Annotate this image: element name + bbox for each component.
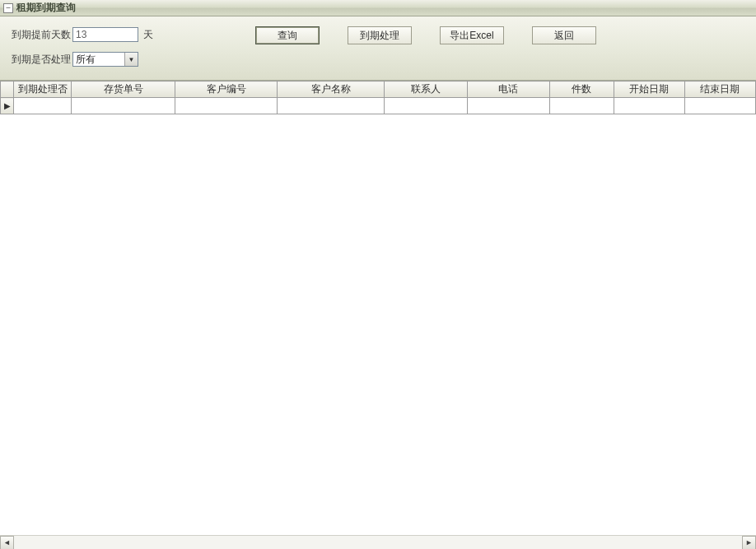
scroll-left-icon[interactable]: ◄ (0, 536, 14, 550)
process-button[interactable]: 到期处理 (348, 26, 412, 44)
export-button[interactable]: 导出Excel (440, 26, 504, 44)
back-button[interactable]: 返回 (532, 26, 596, 44)
dropdown-arrow-icon[interactable]: ▼ (124, 53, 138, 66)
processed-label: 到期是否处理 (12, 53, 71, 67)
table-row[interactable]: ▶ (1, 98, 756, 114)
cell[interactable] (278, 98, 385, 114)
col-header[interactable]: 联系人 (385, 81, 467, 98)
processed-select[interactable]: 所有 ▼ (72, 52, 138, 67)
header-row: 到期处理否 存货单号 客户编号 客户名称 联系人 电话 件数 开始日期 结束日期 (1, 81, 756, 98)
days-unit: 天 (143, 28, 153, 42)
data-grid[interactable]: 到期处理否 存货单号 客户编号 客户名称 联系人 电话 件数 开始日期 结束日期… (0, 81, 756, 114)
cell[interactable] (614, 98, 684, 114)
col-header[interactable]: 客户编号 (175, 81, 278, 98)
col-header[interactable]: 开始日期 (614, 81, 684, 98)
col-header[interactable]: 结束日期 (684, 81, 755, 98)
horizontal-scrollbar[interactable]: ◄ ► (0, 535, 756, 549)
filter-row-processed: 到期是否处理 所有 ▼ (12, 49, 744, 69)
days-input[interactable] (72, 27, 138, 42)
col-header[interactable]: 电话 (467, 81, 549, 98)
cell[interactable] (175, 98, 278, 114)
window-title: 租期到期查询 (16, 1, 76, 15)
days-label: 到期提前天数 (12, 28, 71, 42)
scroll-right-icon[interactable]: ► (742, 536, 756, 550)
query-button[interactable]: 查询 (255, 26, 320, 44)
scroll-track[interactable] (14, 536, 742, 550)
cell[interactable] (684, 98, 755, 114)
processed-select-value: 所有 (73, 53, 124, 67)
cell[interactable] (467, 98, 549, 114)
col-header[interactable]: 客户名称 (278, 81, 385, 98)
cell[interactable] (385, 98, 467, 114)
system-menu-icon[interactable]: – (3, 3, 13, 13)
col-header[interactable]: 件数 (549, 81, 614, 98)
cell[interactable] (14, 98, 72, 114)
cell[interactable] (72, 98, 175, 114)
col-header[interactable]: 存货单号 (72, 81, 175, 98)
data-grid-container: 到期处理否 存货单号 客户编号 客户名称 联系人 电话 件数 开始日期 结束日期… (0, 81, 756, 532)
col-header[interactable]: 到期处理否 (14, 81, 72, 98)
row-selector-header[interactable] (1, 81, 14, 98)
cell[interactable] (549, 98, 614, 114)
filter-panel: 到期提前天数 天 到期是否处理 所有 ▼ 查询 到期处理 导出Excel 返回 (0, 16, 756, 81)
action-buttons: 查询 到期处理 导出Excel 返回 (255, 26, 596, 44)
title-bar: – 租期到期查询 (0, 0, 756, 16)
row-indicator-icon[interactable]: ▶ (1, 98, 14, 114)
